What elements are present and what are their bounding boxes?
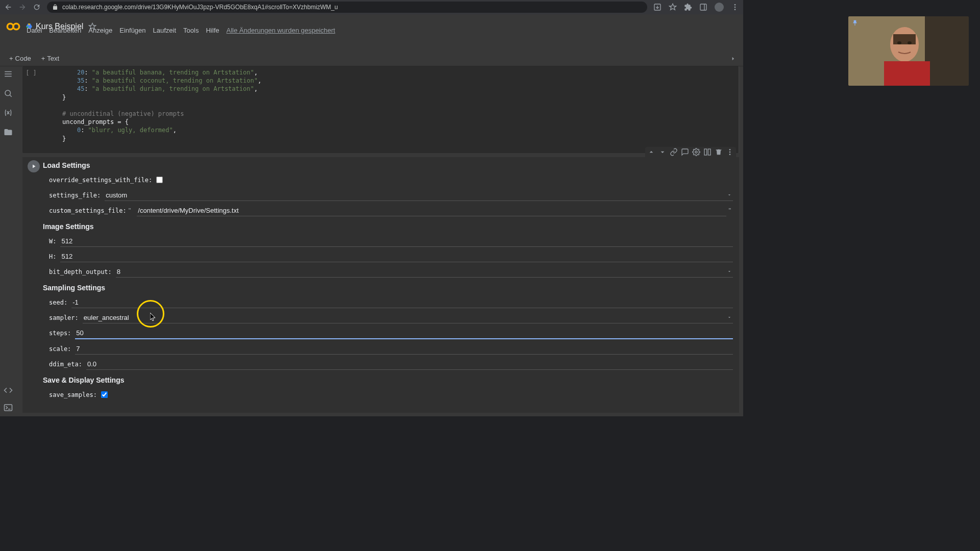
star-icon[interactable] xyxy=(669,3,677,11)
browser-chrome: colab.research.google.com/drive/13G9KHyM… xyxy=(0,0,743,14)
more-icon[interactable] xyxy=(726,148,734,156)
cell-toolbar: +Code +Text xyxy=(0,51,743,66)
menu-insert[interactable]: Einfügen xyxy=(119,27,145,34)
url-text: colab.research.google.com/drive/13G9KHyM… xyxy=(62,4,338,11)
svg-point-3 xyxy=(734,4,736,6)
profile-avatar[interactable] xyxy=(715,3,724,12)
svg-rect-11 xyxy=(704,149,707,155)
saved-status[interactable]: Alle Änderungen wurden gespeichert xyxy=(226,27,335,34)
left-sidebar xyxy=(0,66,16,416)
menu-icon[interactable] xyxy=(731,3,739,11)
colab-logo xyxy=(6,19,20,34)
chevron-down-icon xyxy=(727,192,732,197)
forward-button[interactable] xyxy=(18,3,27,11)
svg-point-5 xyxy=(734,9,736,10)
back-button[interactable] xyxy=(4,3,12,11)
label-ddim-eta: ddim_eta: xyxy=(49,361,82,368)
settings-icon[interactable] xyxy=(692,148,700,156)
svg-rect-9 xyxy=(5,405,12,411)
svg-rect-12 xyxy=(708,149,710,155)
cell-action-toolbar xyxy=(645,147,736,157)
lock-icon xyxy=(52,4,58,10)
heading-image: Image Settings xyxy=(22,218,739,234)
svg-point-10 xyxy=(695,151,697,153)
collapse-icon[interactable] xyxy=(729,55,737,63)
label-override: override_settings_with_file: xyxy=(49,177,152,184)
chevron-down-icon xyxy=(727,269,732,274)
input-w[interactable] xyxy=(60,236,733,247)
svg-point-13 xyxy=(729,149,731,151)
form-cell: Load Settings override_settings_with_fil… xyxy=(22,157,739,413)
input-h[interactable] xyxy=(60,251,733,262)
svg-point-8 xyxy=(5,90,11,96)
input-seed[interactable] xyxy=(71,297,733,308)
label-h: H: xyxy=(49,253,56,260)
label-sampler: sampler: xyxy=(49,314,79,321)
cell-brackets: [ ] xyxy=(26,69,37,77)
chevron-down-icon xyxy=(727,315,732,320)
search-icon[interactable] xyxy=(4,89,13,98)
menu-tools[interactable]: Tools xyxy=(183,27,199,34)
input-custom-settings[interactable] xyxy=(137,205,726,216)
menu-runtime[interactable]: Laufzeit xyxy=(153,27,177,34)
comment-icon[interactable] xyxy=(681,148,689,156)
add-text-button[interactable]: +Text xyxy=(38,54,62,63)
svg-point-14 xyxy=(729,152,731,153)
select-bit-depth[interactable]: 8 xyxy=(116,266,733,278)
label-bit-depth: bit_depth_output: xyxy=(49,268,112,276)
heading-sampling: Sampling Settings xyxy=(22,280,739,295)
select-settings-file[interactable]: custom xyxy=(105,190,733,201)
label-w: W: xyxy=(49,238,56,245)
label-scale: scale: xyxy=(49,345,71,353)
heading-save: Save & Display Settings xyxy=(22,372,739,387)
menu-file[interactable]: Datei xyxy=(27,27,42,34)
menu-help[interactable]: Hilfe xyxy=(206,27,219,34)
menu-edit[interactable]: Bearbeiten xyxy=(49,27,81,34)
svg-point-15 xyxy=(729,154,731,155)
label-custom-settings: custom_settings_file: xyxy=(49,207,127,214)
link-icon[interactable] xyxy=(670,148,678,156)
quote-close: " xyxy=(728,207,731,214)
move-up-icon[interactable] xyxy=(647,148,655,156)
menu-view[interactable]: Anzeige xyxy=(88,27,112,34)
reload-button[interactable] xyxy=(33,3,41,11)
label-seed: seed: xyxy=(49,299,67,306)
notebook-content: [ ] 20: "a beautiful banana, trending on… xyxy=(16,66,743,416)
delete-icon[interactable] xyxy=(715,148,723,156)
label-settings-file: settings_file: xyxy=(49,192,101,199)
variables-icon[interactable] xyxy=(4,108,13,117)
select-sampler[interactable]: euler_ancestral xyxy=(83,312,733,323)
checkbox-save-samples[interactable] xyxy=(101,391,108,398)
terminal-icon[interactable] xyxy=(4,403,13,412)
mirror-icon[interactable] xyxy=(703,148,712,156)
menu-bar: Datei Bearbeiten Anzeige Einfügen Laufze… xyxy=(27,27,335,34)
quote-open: " xyxy=(129,207,131,214)
code-editor[interactable]: 20: "a beautiful banana, trending on Art… xyxy=(40,66,739,153)
toc-icon[interactable] xyxy=(4,69,13,79)
input-ddim-eta[interactable] xyxy=(86,359,733,370)
svg-point-7 xyxy=(13,23,19,30)
code-snippets-icon[interactable] xyxy=(4,386,13,395)
code-cell[interactable]: [ ] 20: "a beautiful banana, trending on… xyxy=(22,66,739,153)
add-code-button[interactable]: +Code xyxy=(6,54,34,63)
label-save-samples: save_samples: xyxy=(49,391,97,398)
input-scale[interactable] xyxy=(75,343,733,355)
install-icon[interactable] xyxy=(653,3,662,11)
svg-rect-1 xyxy=(700,4,706,10)
browser-actions xyxy=(653,3,739,12)
svg-point-4 xyxy=(734,7,736,8)
label-steps: steps: xyxy=(49,330,71,337)
folder-icon[interactable] xyxy=(4,128,13,137)
run-cell-button[interactable] xyxy=(28,160,40,172)
extension-icon[interactable] xyxy=(684,3,692,11)
url-bar[interactable]: colab.research.google.com/drive/13G9KHyM… xyxy=(47,2,647,13)
checkbox-override[interactable] xyxy=(156,177,163,183)
side-panel-icon[interactable] xyxy=(699,3,707,11)
move-down-icon[interactable] xyxy=(658,148,667,156)
input-steps[interactable] xyxy=(75,328,733,339)
heading-load: Load Settings xyxy=(22,157,739,172)
